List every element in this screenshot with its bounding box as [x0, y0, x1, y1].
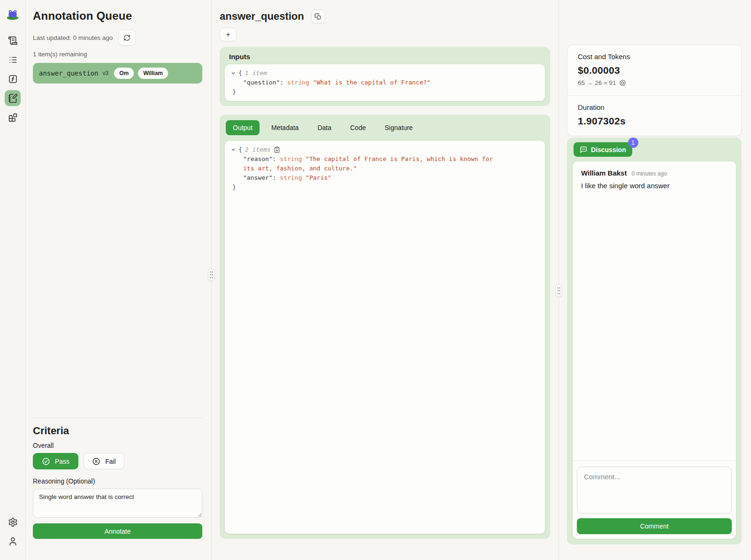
items-remaining-text: 1 item(s) remaining [33, 51, 202, 58]
tab-metadata[interactable]: Metadata [264, 120, 306, 135]
assignee-badge: Om [114, 68, 134, 79]
add-button[interactable]: + [220, 28, 237, 41]
fail-label: Fail [105, 458, 116, 465]
comment-author: William Bakst [581, 169, 627, 177]
lilypad-logo[interactable] [5, 6, 21, 22]
pass-button[interactable]: Pass [33, 453, 78, 469]
json-close-brace: } [231, 183, 539, 192]
last-updated-row: Last updated: 0 minutes ago [33, 30, 202, 46]
discussion-button-wrap: Discussion 1 [574, 142, 632, 157]
sidebar-item-playground[interactable] [5, 109, 21, 125]
comments-list: William Bakst 0 minutes ago I like the s… [573, 161, 736, 460]
criteria-title: Criteria [33, 425, 202, 437]
function-square-icon [8, 74, 18, 84]
json-open-brace: { [238, 69, 242, 78]
discussion-card: William Bakst 0 minutes ago I like the s… [573, 161, 736, 539]
json-item-count: 2 items [245, 145, 271, 154]
dotted-list-icon [8, 55, 18, 65]
panel-resize-handle-left[interactable] [208, 268, 215, 281]
cost-section: Cost and Tokens $0.00003 65 → 26 = 91 [567, 45, 741, 95]
overall-label: Overall [33, 442, 202, 449]
gear-icon [8, 517, 18, 527]
panel-resize-handle-right[interactable] [555, 284, 562, 297]
comment-timestamp: 0 minutes ago [631, 170, 667, 177]
tab-data[interactable]: Data [310, 120, 338, 135]
trace-panel: answer_question + Inputs { 1 item [220, 9, 550, 539]
assignee-badge: William [138, 68, 168, 79]
panel-divider-right [559, 0, 559, 560]
discussion-label: Discussion [591, 146, 626, 153]
trace-detail-section: Output Metadata Data Code Signature { 2 … [220, 115, 550, 539]
grip-dots-icon [209, 271, 214, 279]
x-circle-icon [92, 457, 100, 466]
json-value: "Paris" [306, 174, 331, 181]
fail-button[interactable]: Fail [84, 453, 124, 469]
copy-trace-button[interactable] [311, 9, 325, 23]
tab-signature[interactable]: Signature [377, 120, 420, 135]
sidebar-item-settings[interactable] [5, 514, 21, 530]
refresh-button[interactable] [118, 30, 136, 46]
trace-header: answer_question [220, 9, 550, 23]
comment-header: William Bakst 0 minutes ago [581, 169, 728, 177]
reasoning-label: Reasoning (Optional) [33, 477, 202, 485]
annotate-button[interactable]: Annotate [33, 523, 202, 539]
discussion-count-badge: 1 [628, 138, 638, 148]
copy-icon [314, 13, 322, 20]
sidebar-item-list[interactable] [5, 52, 21, 68]
chat-bubble-icon [580, 146, 587, 153]
trace-title: answer_question [220, 10, 304, 23]
comment-textarea[interactable] [577, 467, 732, 514]
tokens-row: 65 → 26 = 91 [578, 79, 731, 86]
comment-composer: Comment [573, 460, 736, 539]
pass-fail-row: Pass Fail [33, 453, 202, 469]
json-entry: "reason": string "The capital of France … [231, 154, 494, 173]
queue-spacer [33, 84, 202, 418]
metrics-card: Cost and Tokens $0.00003 65 → 26 = 91 Du… [567, 45, 742, 136]
output-json-viewer: { 2 items "reason": string "The capital … [225, 141, 545, 534]
inputs-json-viewer: { 1 item "question": string "What is the… [225, 64, 545, 101]
json-entry: "question": string "What is the capital … [231, 78, 494, 87]
inputs-section: Inputs { 1 item "question": string "What… [220, 47, 550, 106]
pass-label: Pass [55, 458, 69, 465]
user-icon [8, 537, 18, 546]
cost-value: $0.00003 [578, 65, 731, 76]
tab-output[interactable]: Output [226, 120, 260, 135]
tab-code[interactable]: Code [343, 120, 373, 135]
json-root-row: { 1 item [231, 69, 539, 78]
sidebar-item-user[interactable] [5, 533, 21, 549]
collapse-chevron-icon[interactable] [231, 147, 236, 152]
tokens-value: 65 → 26 = 91 [578, 79, 616, 86]
inputs-label: Inputs [229, 53, 545, 61]
criteria-divider [33, 418, 202, 418]
json-open-brace: { [238, 145, 242, 154]
sidebar-item-functions[interactable] [5, 71, 21, 87]
check-circle-icon [42, 457, 50, 466]
sidebar [0, 0, 26, 560]
json-value: "What is the capital of France?" [313, 79, 430, 86]
tabs-row: Output Metadata Data Code Signature [226, 120, 545, 135]
json-close-brace: } [231, 87, 539, 97]
app-window: Annotation Queue Last updated: 0 minutes… [0, 0, 751, 560]
queue-item-answer-question[interactable]: answer_question v3 Om William [33, 63, 202, 84]
page-title: Annotation Queue [33, 9, 202, 23]
reasoning-textarea[interactable]: Single word answer that is correct [33, 489, 202, 518]
sidebar-item-traces[interactable] [5, 32, 21, 48]
copy-json-icon[interactable] [274, 146, 280, 153]
json-entry: "answer": string "Paris" [231, 173, 494, 183]
sidebar-item-annotations[interactable] [5, 90, 21, 106]
json-type: string [280, 174, 302, 181]
duration-label: Duration [578, 103, 731, 111]
traces-scroll-icon [8, 36, 18, 46]
grip-dots-icon [557, 287, 561, 295]
collapse-chevron-icon[interactable] [231, 71, 236, 76]
queue-item-version: v3 [102, 70, 108, 77]
discussion-button[interactable]: Discussion [574, 142, 632, 157]
json-root-row: { 2 items [231, 145, 539, 154]
target-icon [619, 79, 626, 86]
json-key: "answer": [243, 174, 276, 181]
notebook-pen-icon [8, 93, 18, 103]
queue-item-name: answer_question [39, 69, 98, 77]
last-updated-text: Last updated: 0 minutes ago [33, 34, 113, 41]
json-item-count: 1 item [245, 69, 267, 78]
comment-submit-button[interactable]: Comment [577, 518, 732, 534]
